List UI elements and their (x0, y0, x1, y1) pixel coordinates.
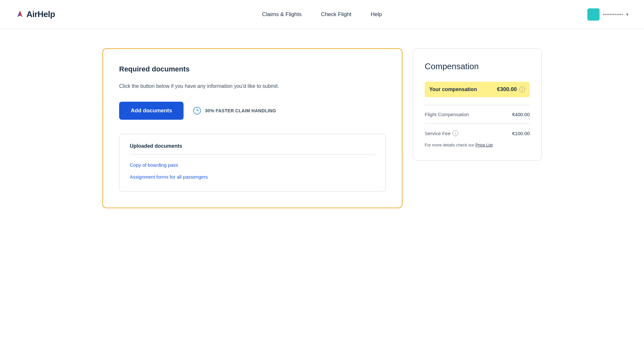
required-documents-card: Required documents Click the button belo… (102, 48, 402, 208)
compensation-card: Compensation Your compensation €300.00 i… (413, 48, 542, 161)
avatar (587, 8, 600, 21)
service-fee-info-icon[interactable]: i (452, 130, 458, 136)
main-nav: Claims & Flights Check Flight Help (262, 11, 382, 18)
clock-icon (193, 106, 202, 115)
chevron-down-icon: ▾ (626, 12, 629, 17)
list-item: Assignment forms for all passengers (130, 172, 375, 182)
user-name-label: •••••••••••• (603, 12, 623, 17)
faster-text: 30% FASTER CLAIM HANDLING (205, 108, 276, 113)
faster-badge: 30% FASTER CLAIM HANDLING (193, 106, 276, 115)
service-fee-label: Service Fee i (425, 130, 458, 136)
compensation-title: Compensation (425, 61, 530, 71)
nav-claims-flights[interactable]: Claims & Flights (262, 11, 302, 18)
uploaded-docs-header: Uploaded documents (130, 143, 375, 154)
logo-text: AirHelp (26, 9, 55, 19)
price-list-link[interactable]: Price List (476, 143, 493, 147)
card-description: Click the button below if you have any i… (119, 82, 386, 90)
user-menu[interactable]: •••••••••••• ▾ (587, 8, 629, 21)
your-compensation-value-group: €300.00 i (497, 86, 525, 93)
flight-compensation-row: Flight Compensation €400.00 (425, 112, 530, 117)
svg-marker-1 (20, 11, 23, 17)
main-content: Required documents Click the button belo… (87, 29, 557, 228)
service-fee-value: €100.00 (512, 131, 530, 136)
divider (425, 124, 530, 124)
nav-help[interactable]: Help (371, 11, 382, 18)
flight-compensation-value: €400.00 (512, 112, 530, 117)
your-compensation-label: Your compensation (429, 87, 477, 92)
divider (425, 105, 530, 105)
flight-compensation-label: Flight Compensation (425, 112, 469, 117)
logo[interactable]: AirHelp (15, 9, 55, 19)
nav-check-flight[interactable]: Check Flight (321, 11, 351, 18)
price-list-note: For more details check our Price List (425, 143, 530, 147)
header: AirHelp Claims & Flights Check Flight He… (0, 0, 644, 29)
airhelp-logo-icon (15, 10, 24, 19)
uploaded-documents-box: Uploaded documents Copy of boarding pass… (119, 134, 386, 191)
card-title: Required documents (119, 65, 386, 73)
add-documents-button[interactable]: Add documents (119, 102, 184, 120)
service-fee-row: Service Fee i €100.00 (425, 130, 530, 136)
compensation-info-icon[interactable]: i (519, 87, 525, 92)
your-compensation-value: €300.00 (497, 86, 517, 93)
your-compensation-row: Your compensation €300.00 i (425, 82, 530, 97)
svg-marker-2 (17, 11, 20, 17)
action-row: Add documents 30% FASTER CLAIM HANDLING (119, 102, 386, 120)
list-item: Copy of boarding pass (130, 160, 375, 170)
